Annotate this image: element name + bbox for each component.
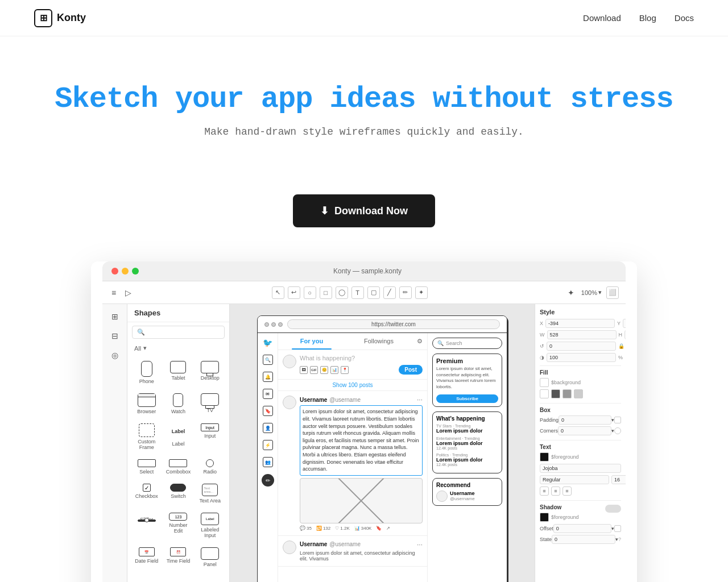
nav-blog-link[interactable]: Blog <box>639 13 656 23</box>
share-action[interactable]: ↗ <box>386 526 390 531</box>
shape-labeled-input[interactable]: Label Labeled Input <box>195 509 225 542</box>
text-tool[interactable]: T <box>351 286 364 299</box>
twitter-feed-settings-icon[interactable]: ⚙ <box>412 333 427 350</box>
nav-download-link[interactable]: Download <box>583 13 621 23</box>
components-tool-btn[interactable]: ◎ <box>107 347 123 363</box>
twitter-bell-icon[interactable]: 🔔 <box>263 372 273 382</box>
twitter-mail-icon[interactable]: ✉ <box>263 389 273 399</box>
reply-action[interactable]: 💬 35 <box>300 526 312 531</box>
opacity-input[interactable] <box>547 353 616 362</box>
shape-tv[interactable]: TV <box>195 390 225 418</box>
align-right-icon[interactable]: ≡ <box>562 487 572 496</box>
twitter-tab-following[interactable]: Followings <box>345 333 412 350</box>
swatch-white[interactable] <box>540 389 549 398</box>
shape-browser[interactable]: Browser <box>132 390 162 418</box>
close-dot[interactable] <box>111 268 118 275</box>
cursor-tool[interactable]: ↖ <box>272 286 284 299</box>
like-action[interactable]: ♡ 1.2K <box>335 526 349 531</box>
align-center-icon[interactable]: ≡ <box>551 487 560 496</box>
shadow-toggle[interactable] <box>605 505 621 513</box>
circle-tool[interactable]: ○ <box>304 286 316 299</box>
poll-tool-icon[interactable]: 📊 <box>330 366 338 374</box>
shape-number-edit[interactable]: 123 Number Edit <box>164 509 193 542</box>
twitter-show-posts[interactable]: Show 100 posts <box>278 380 427 391</box>
y-input[interactable] <box>623 319 626 328</box>
frame-tool[interactable]: ▢ <box>367 286 380 299</box>
shadow-color-swatch[interactable] <box>540 513 549 522</box>
swatch-dark[interactable] <box>551 389 560 398</box>
download-now-button[interactable]: ⬇ Download Now <box>293 194 435 227</box>
twitter-search-nav-icon[interactable]: 🔍 <box>263 355 273 365</box>
line-tool[interactable]: ╱ <box>383 286 396 299</box>
shapes-filter[interactable]: All ▾ <box>127 342 229 354</box>
font-weight-input[interactable] <box>540 475 609 484</box>
location-tool-icon[interactable]: 📍 <box>341 366 349 374</box>
subscribe-button[interactable]: Subscribe <box>436 394 498 403</box>
twitter-tab-for-you[interactable]: For you <box>278 333 345 350</box>
gif-tool-icon[interactable]: GIF <box>310 366 318 374</box>
undo-tool[interactable]: ↩ <box>288 286 300 299</box>
star-tool[interactable]: ✦ <box>415 286 428 299</box>
pen-tool[interactable]: ✏ <box>399 286 412 299</box>
twitter-bolt-icon[interactable]: ⚡ <box>263 440 273 450</box>
maximize-dot[interactable] <box>132 268 139 275</box>
swatch-medium[interactable] <box>562 389 572 398</box>
ellipse-tool[interactable]: ◯ <box>336 286 348 299</box>
layers-tool-btn[interactable]: ⊟ <box>107 328 123 344</box>
canvas-area[interactable]: https://twitter.com 🐦 🔍 🔔 ✉ 🔖 👤 ⚡ 👥 <box>230 304 535 582</box>
settings-icon[interactable]: ✦ <box>565 286 577 300</box>
shape-radio[interactable]: Radio <box>195 456 225 478</box>
shape-input[interactable]: Input Input <box>195 420 225 454</box>
padding-input[interactable] <box>559 415 611 425</box>
lock-icon[interactable]: 🔒 <box>618 343 624 349</box>
shape-desktop[interactable]: Desktop <box>195 357 225 388</box>
font-family-input[interactable] <box>540 464 621 473</box>
logo[interactable]: ⊞ Konty <box>34 9 86 27</box>
twitter-search-box[interactable]: 🔍 Search <box>432 338 502 349</box>
shape-switch[interactable]: Switch <box>164 480 193 507</box>
layout-icon[interactable]: ⬜ <box>606 286 619 299</box>
rect-tool[interactable]: □ <box>320 286 332 299</box>
retweet-action[interactable]: 🔁 132 <box>316 526 330 531</box>
twitter-user2-icon[interactable]: 👥 <box>263 457 273 467</box>
shape-textarea[interactable]: Text area... Text Area <box>195 480 225 507</box>
shape-tablet[interactable]: Tablet <box>164 357 193 388</box>
emoji-tool-icon[interactable]: 😊 <box>320 366 328 374</box>
post-more-icon[interactable]: ··· <box>417 396 423 404</box>
x-input[interactable] <box>545 319 615 328</box>
shapes-tool-btn[interactable]: ⊞ <box>107 309 123 325</box>
bookmark-action[interactable]: 🔖 <box>376 526 382 531</box>
shape-checkbox[interactable]: ✓ Checkbox <box>132 480 162 507</box>
shape-panel[interactable]: Panel <box>195 544 225 571</box>
rotation-input[interactable] <box>547 342 616 351</box>
views-action[interactable]: 📊 340K <box>354 526 372 531</box>
shape-watch[interactable]: Watch <box>164 390 193 418</box>
image-tool-icon[interactable]: 🖼 <box>300 366 308 374</box>
corners-swatch[interactable] <box>614 427 621 434</box>
padding-swatch[interactable] <box>614 417 621 423</box>
shape-select[interactable]: Select <box>132 456 162 478</box>
w-input[interactable] <box>547 330 617 339</box>
text-color-swatch[interactable] <box>540 452 549 462</box>
shapes-search-box[interactable]: 🔍 <box>132 326 225 339</box>
fill-color-swatch[interactable] <box>540 378 549 387</box>
twitter-bookmark-icon[interactable]: 🔖 <box>263 406 273 416</box>
corners-input[interactable] <box>558 426 611 435</box>
font-size-input[interactable] <box>611 475 626 484</box>
zoom-control[interactable]: 100% ▾ <box>581 289 602 296</box>
minimize-dot[interactable] <box>122 268 129 275</box>
shape-custom-frame[interactable]: Custom Frame <box>132 420 162 454</box>
align-left-icon[interactable]: ≡ <box>540 487 549 496</box>
post2-more-icon[interactable]: ··· <box>417 541 423 548</box>
offset-input[interactable] <box>553 524 611 533</box>
offset-swatch[interactable] <box>614 525 621 532</box>
h-input[interactable] <box>624 330 626 339</box>
nav-docs-link[interactable]: Docs <box>675 13 694 23</box>
shape-combobox[interactable]: Combobox <box>164 456 193 478</box>
shape-date-field[interactable]: 📅 Date Field <box>132 544 162 571</box>
shape-time-field[interactable]: ⏰ Time Field <box>164 544 193 571</box>
twitter-user-icon[interactable]: 👤 <box>263 423 273 433</box>
shape-label[interactable]: Label Label <box>164 420 193 454</box>
post-button[interactable]: Post <box>399 365 423 375</box>
swatch-light[interactable] <box>574 389 583 398</box>
